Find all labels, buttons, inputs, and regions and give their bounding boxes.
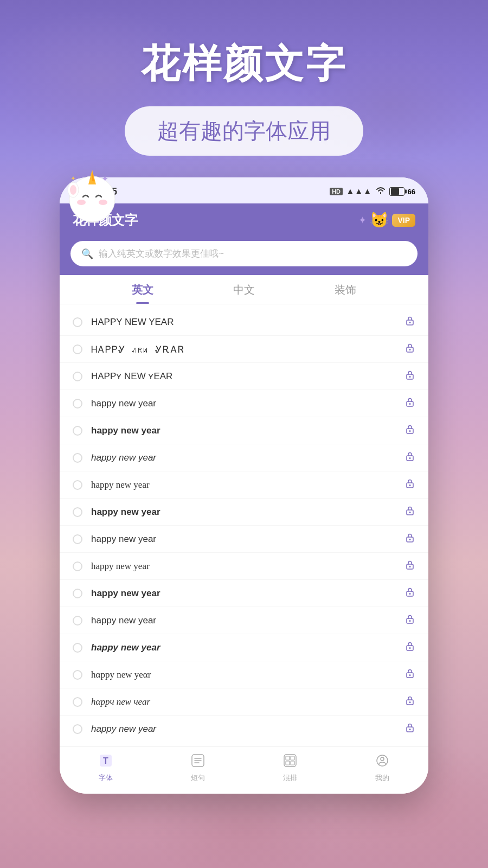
font-list-item[interactable]: happy new year (60, 499, 428, 526)
app-headline: 花样颜文字 (141, 38, 347, 90)
hd-badge: HD (330, 188, 343, 195)
font-list-item[interactable]: happy new year (60, 444, 428, 471)
lock-icon[interactable] (404, 559, 415, 573)
radio-dot (73, 643, 82, 653)
lock-icon[interactable] (404, 586, 415, 600)
radio-dot (73, 453, 82, 463)
font-list: HAPPY NEW YEAR ᎻᎪᏢᏢᎽ ꮑꮢꮃ ᎽᎡᎪᏒ HAPPʏ NEW … (60, 304, 428, 746)
lock-icon[interactable] (404, 641, 415, 654)
lock-icon[interactable] (404, 369, 415, 383)
font-list-item[interactable]: happy new year (60, 580, 428, 607)
svg-point-20 (409, 457, 411, 459)
font-list-item[interactable]: happy new year (60, 471, 428, 499)
svg-point-32 (409, 620, 411, 622)
battery-icon (389, 187, 404, 196)
svg-point-24 (409, 512, 411, 513)
svg-point-34 (409, 647, 411, 649)
font-list-item[interactable]: happy new year (60, 607, 428, 634)
radio-dot (73, 724, 82, 734)
font-list-item[interactable]: happy new year (60, 390, 428, 417)
nav-item-mine[interactable]: 我的 (375, 754, 389, 783)
tabs-area: 英文 中文 装饰 (60, 275, 428, 304)
lock-icon[interactable] (404, 478, 415, 492)
font-list-item[interactable]: happy new year (60, 526, 428, 553)
svg-point-28 (409, 566, 411, 567)
tab-decor[interactable]: 装饰 (335, 283, 356, 304)
lock-icon[interactable] (404, 505, 415, 519)
lock-icon[interactable] (404, 397, 415, 410)
search-bar[interactable]: 🔍 输入纯英文或数字效果更佳哦~ (70, 241, 418, 266)
lock-icon[interactable] (404, 451, 415, 464)
font-nav-icon: T (99, 754, 113, 771)
svg-rect-48 (286, 756, 290, 760)
lock-icon[interactable] (404, 614, 415, 627)
svg-rect-50 (286, 761, 290, 765)
radio-dot (73, 670, 82, 680)
nav-item-mix[interactable]: 混排 (283, 754, 297, 783)
phone-screen: 下午10:15 HD ▲▲▲ 66 (60, 177, 428, 794)
lock-icon[interactable] (404, 342, 415, 356)
font-text: happy new year (91, 425, 404, 436)
font-list-item[interactable]: hαppy new yeαr (60, 661, 428, 688)
font-text: hαppч new чear (91, 697, 404, 707)
svg-point-36 (409, 674, 411, 676)
radio-dot (73, 534, 82, 544)
radio-dot (73, 426, 82, 436)
font-text: happy new year (91, 398, 404, 409)
lock-icon[interactable] (404, 668, 415, 681)
tab-chinese[interactable]: 中文 (233, 283, 255, 304)
font-list-item[interactable]: happy new year (60, 553, 428, 580)
font-text: ᎻᎪᏢᏢᎽ ꮑꮢꮃ ᎽᎡᎪᏒ (91, 344, 404, 355)
svg-point-30 (409, 593, 411, 595)
main-content: 花样颜文字 超有趣的字体应用 ✦ ✦ (0, 0, 488, 868)
lock-icon[interactable] (404, 424, 415, 437)
font-list-item[interactable]: happy new year (60, 417, 428, 444)
lock-icon[interactable] (404, 722, 415, 736)
svg-point-14 (409, 376, 411, 378)
mine-nav-label: 我的 (375, 773, 389, 783)
font-text: happy new year (91, 507, 404, 518)
font-text: HAPPʏ NEW ʏEAR (91, 371, 404, 382)
font-list-item[interactable]: HAPPY NEW YEAR (60, 309, 428, 336)
radio-dot (73, 507, 82, 517)
font-text: happy new year (91, 724, 404, 735)
font-text: happy new year (91, 452, 404, 463)
svg-point-12 (409, 349, 411, 350)
sparkle-icon: ✦ (358, 214, 367, 226)
subtitle-pill: 超有趣的字体应用 (125, 106, 363, 156)
radio-dot (73, 344, 82, 354)
mascot-unicorn: ✦ ✦ (62, 165, 122, 225)
phone-mockup: 下午10:15 HD ▲▲▲ 66 (60, 177, 428, 794)
font-list-item[interactable]: happy new year (60, 634, 428, 661)
phrase-nav-label: 短句 (191, 773, 205, 783)
battery-percent: 66 (408, 188, 415, 196)
font-text: happy new year (91, 588, 404, 599)
font-list-item[interactable]: happy new year (60, 716, 428, 742)
svg-point-6 (70, 185, 76, 195)
radio-dot (73, 561, 82, 571)
font-text: HAPPY NEW YEAR (91, 317, 404, 328)
vip-badge[interactable]: VIP (392, 214, 415, 227)
lock-icon[interactable] (404, 695, 415, 709)
tab-english[interactable]: 英文 (132, 283, 153, 304)
font-text: happy new year (91, 642, 404, 653)
lock-icon[interactable] (404, 315, 415, 329)
font-list-item[interactable]: ᎻᎪᏢᏢᎽ ꮑꮢꮃ ᎽᎡᎪᏒ (60, 336, 428, 363)
lock-icon[interactable] (404, 532, 415, 546)
nav-item-phrase[interactable]: 短句 (191, 754, 205, 783)
search-input[interactable]: 输入纯英文或数字效果更佳哦~ (99, 247, 224, 260)
radio-dot (73, 616, 82, 626)
radio-dot (73, 399, 82, 409)
mix-nav-label: 混排 (283, 773, 297, 783)
radio-dot (73, 372, 82, 381)
font-nav-label: 字体 (99, 773, 113, 783)
font-list-item[interactable]: hαppч new чear (60, 688, 428, 716)
phrase-nav-icon (191, 754, 205, 771)
font-text: happy new year (91, 561, 404, 572)
svg-point-26 (409, 539, 411, 540)
radio-dot (73, 480, 82, 490)
search-icon: 🔍 (81, 248, 93, 260)
svg-point-3 (77, 200, 86, 205)
font-list-item[interactable]: HAPPʏ NEW ʏEAR (60, 363, 428, 390)
nav-item-font[interactable]: T 字体 (99, 754, 113, 783)
